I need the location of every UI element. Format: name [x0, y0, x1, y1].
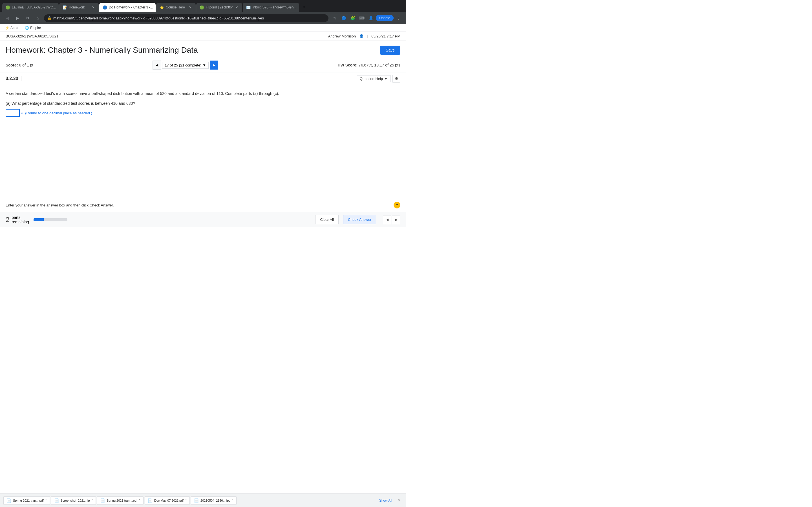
settings-button[interactable]: ⚙	[393, 75, 400, 82]
question-content: A certain standardized test's math score…	[0, 85, 406, 198]
progress-bar	[34, 218, 67, 221]
page-header: BUSA-320-2 [WOA.66105.SU21] Andrew Morri…	[0, 32, 406, 41]
lock-icon: 🔒	[47, 16, 52, 20]
address-url: mathxl.com/Student/PlayerHomework.aspx?h…	[53, 16, 264, 20]
tab-label-inbox: Inbox (570) - andrewm6@h...	[252, 5, 296, 9]
user-icon: 👤	[359, 34, 364, 38]
tab-favicon-homework: 📝	[63, 5, 67, 10]
tab-label-laulima: Laulima : BUSA-320-2 [WO...	[12, 5, 56, 9]
bottom-instruction: Enter your answer in the answer box and …	[0, 198, 406, 212]
browser-toolbar: ◀ ▶ ↻ ⌂ 🔒 mathxl.com/Student/PlayerHomew…	[0, 12, 406, 24]
reload-button[interactable]: ↻	[24, 14, 32, 22]
tab-close-course-hero[interactable]: ✕	[188, 5, 192, 10]
empire-label: Empire	[30, 26, 41, 30]
toolbar-actions: ☆ 🔵 🧩 ⌨ 👤 Update ⋮	[331, 14, 403, 22]
save-button[interactable]: Save	[380, 46, 400, 55]
tab-close-do-homework[interactable]: ✕	[155, 5, 156, 10]
course-title: BUSA-320-2 [WOA.66105.SU21]	[6, 34, 59, 38]
tab-label-homework: Homework	[69, 5, 85, 9]
forward-button[interactable]: ▶	[13, 14, 21, 22]
tab-course-hero[interactable]: ⭐ Course Hero ✕	[156, 3, 196, 12]
question-help-button[interactable]: Question Help ▼	[357, 75, 391, 82]
question-text: A certain standardized test's math score…	[6, 91, 400, 97]
parts-remaining: 2 parts remaining	[6, 215, 29, 224]
parts-label-2: remaining	[11, 220, 29, 224]
score-label: Score:	[6, 63, 18, 67]
answer-area: % (Round to one decimal place as needed.…	[6, 109, 400, 117]
tab-inbox[interactable]: ✉️ Inbox (570) - andrewm6@h... ✕	[243, 3, 299, 12]
tab-favicon-laulima: 🟢	[6, 5, 10, 10]
tab-close-homework[interactable]: ✕	[91, 5, 95, 10]
answer-input[interactable]	[6, 109, 20, 117]
tab-favicon-do-homework: 🔵	[103, 5, 107, 10]
bookmark-button[interactable]: ☆	[331, 14, 339, 22]
help-button[interactable]: ?	[394, 202, 400, 209]
datetime: 05/26/21 7:17 PM	[371, 34, 400, 38]
tab-laulima[interactable]: 🟢 Laulima : BUSA-320-2 [WO... ✕	[2, 3, 59, 12]
tab-bar: 🟢 Laulima : BUSA-320-2 [WO... ✕ 📝 Homewo…	[0, 0, 406, 12]
tab-close-laulima[interactable]: ✕	[58, 5, 59, 10]
empire-icon: 🌐	[25, 26, 29, 30]
answer-hint: % (Round to one decimal place as needed.…	[21, 111, 92, 115]
back-button[interactable]: ◀	[3, 14, 11, 22]
tab-label-do-homework: Do Homework - Chapter 3 -...	[109, 5, 153, 9]
hw-score-value: 76.67%, 19.17 of 25 pts	[359, 63, 400, 67]
next-question-button[interactable]: ▶	[210, 61, 218, 69]
parts-number: 2	[6, 216, 9, 224]
score-display: Score: 0 of 1 pt	[6, 63, 33, 67]
question-part-a: (a) What percentage of standardized test…	[6, 101, 400, 106]
tab-favicon-inbox: ✉️	[246, 5, 251, 10]
question-help-chevron: ▼	[384, 76, 388, 81]
tab-label-course-hero: Course Hero	[166, 5, 185, 9]
apps-label: Apps	[10, 26, 18, 30]
bookmark-apps[interactable]: ⚡ Apps	[3, 25, 20, 31]
tab-do-homework[interactable]: 🔵 Do Homework - Chapter 3 -... ✕	[99, 3, 156, 12]
instruction-text: Enter your answer in the answer box and …	[6, 203, 114, 207]
new-tab-button[interactable]: ＋	[300, 2, 308, 12]
user-info: Andrew Morrison 👤 | 05/26/21 7:17 PM	[328, 34, 400, 38]
user-name: Andrew Morrison	[328, 34, 356, 38]
question-navigation: ◀ 17 of 25 (21 complete) ▼ ▶	[153, 61, 218, 69]
homework-header: Homework: Chapter 3 - Numerically Summar…	[0, 41, 406, 58]
bookmark-empire[interactable]: 🌐 Empire	[23, 25, 43, 31]
parts-label-1: parts	[11, 215, 29, 220]
homework-title: Homework: Chapter 3 - Numerically Summar…	[6, 46, 198, 55]
chrome-extension-1[interactable]: 🔵	[340, 14, 348, 22]
profile-button[interactable]: 👤	[367, 14, 375, 22]
browser-chrome: 🟢 Laulima : BUSA-320-2 [WO... ✕ 📝 Homewo…	[0, 0, 406, 24]
tab-label-flipgrid: Flipgrid | 2ecb3fbf	[206, 5, 233, 9]
question-selector-text: 17 of 25 (21 complete)	[165, 63, 201, 67]
hw-score-label: HW Score:	[338, 63, 357, 67]
hw-score-display: HW Score: 76.67%, 19.17 of 25 pts	[338, 63, 400, 67]
tab-favicon-course-hero: ⭐	[160, 5, 164, 10]
menu-button[interactable]: ⋮	[395, 14, 403, 22]
apps-icon: ⚡	[5, 26, 9, 30]
bottom-action-bar: 2 parts remaining Clear All Check Answer…	[0, 212, 406, 227]
score-bar: Score: 0 of 1 pt ◀ 17 of 25 (21 complete…	[0, 58, 406, 72]
question-help-label: Question Help	[360, 76, 383, 81]
separator: |	[367, 34, 368, 38]
address-bar[interactable]: 🔒 mathxl.com/Student/PlayerHomework.aspx…	[44, 14, 328, 22]
tab-flipgrid[interactable]: 🟢 Flipgrid | 2ecb3fbf ✕	[196, 3, 242, 12]
bottom-next-button[interactable]: ▶	[392, 215, 400, 224]
question-number: 3.2.30	[6, 76, 21, 81]
chrome-extension-3[interactable]: ⌨	[358, 14, 366, 22]
score-value: 0 of 1 pt	[19, 63, 33, 67]
tab-favicon-flipgrid: 🟢	[200, 5, 204, 10]
check-answer-button[interactable]: Check Answer	[343, 215, 376, 224]
update-button[interactable]: Update	[376, 15, 394, 21]
question-selector-chevron: ▼	[202, 63, 206, 67]
chrome-extension-2[interactable]: 🧩	[349, 14, 357, 22]
tab-homework[interactable]: 📝 Homework ✕	[59, 3, 99, 12]
question-selector[interactable]: 17 of 25 (21 complete) ▼	[162, 62, 209, 69]
tab-close-inbox[interactable]: ✕	[298, 5, 299, 10]
bottom-nav-arrows: ◀ ▶	[383, 215, 400, 224]
prev-question-button[interactable]: ◀	[153, 61, 161, 69]
question-help-area: Question Help ▼ ⚙	[357, 75, 400, 82]
clear-all-button[interactable]: Clear All	[315, 215, 338, 224]
question-header: 3.2.30 Question Help ▼ ⚙	[0, 72, 406, 85]
bottom-prev-button[interactable]: ◀	[383, 215, 391, 224]
home-button[interactable]: ⌂	[34, 14, 42, 22]
parts-label: parts remaining	[11, 215, 29, 224]
tab-close-flipgrid[interactable]: ✕	[234, 5, 239, 10]
